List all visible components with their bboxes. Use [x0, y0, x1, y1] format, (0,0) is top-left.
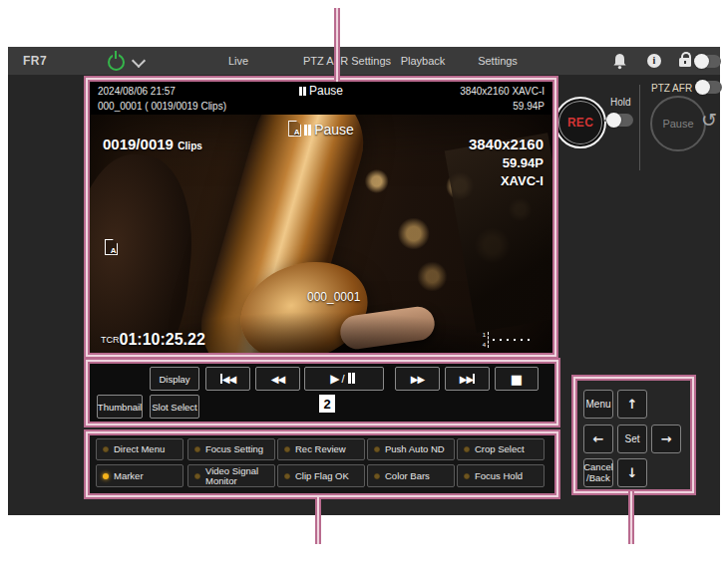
next-icon: ▶▶: [460, 374, 473, 385]
left-button[interactable]: ←: [583, 425, 613, 453]
fast-forward-icon: ▶▶: [411, 374, 424, 385]
assign-button-direct-menu[interactable]: Direct Menu: [96, 438, 183, 460]
play-icon: ▶: [330, 372, 338, 386]
audio-level-meter: 14: [483, 330, 533, 348]
led-indicator: [284, 446, 290, 452]
up-button[interactable]: ↑: [617, 390, 647, 419]
monitor-fps: 59.94P: [513, 101, 545, 112]
pause-button[interactable]: Pause: [650, 96, 706, 151]
ptz-afr-toggle[interactable]: [696, 81, 722, 94]
power-icon[interactable]: [108, 54, 125, 71]
next-clip-button[interactable]: ▶▶: [445, 367, 490, 391]
notification-bell-icon[interactable]: [612, 53, 627, 74]
led-indicator: [284, 473, 290, 479]
down-button[interactable]: ↓: [617, 458, 647, 487]
pause-bars-icon: [299, 84, 309, 98]
monitor-status: Pause: [90, 84, 552, 98]
ptz-afr-label: PTZ AFR: [651, 83, 692, 94]
osd-timecode: TCR01:10:25.22: [101, 331, 205, 349]
callout-line-assignable: [315, 497, 321, 544]
stop-button[interactable]: ■: [495, 367, 539, 391]
playback-controls-annotation-box: Display ◀◀ ◀◀ ▶ / ▶▶ ▶▶ ■ Thumbnail Slot…: [88, 362, 556, 424]
dpad-annotation-box: Menu ↑ ← Set → Cancel /Back ↓: [575, 379, 692, 491]
left-arrow-icon: ←: [593, 431, 604, 446]
play-pause-button[interactable]: ▶ /: [304, 367, 384, 391]
assignable-buttons-annotation-box: Direct Menu Focus Setting Rec Review Pus…: [88, 433, 556, 495]
hold-label: Hold: [610, 97, 631, 108]
fast-forward-button[interactable]: ▶▶: [395, 367, 440, 391]
assign-button-video-signal-monitor[interactable]: Video Signal Monitor: [187, 464, 275, 487]
assign-button-clip-flag-ok[interactable]: Clip Flag OK: [277, 464, 365, 487]
led-indicator: [103, 473, 109, 479]
rewind-icon: ◀◀: [271, 374, 284, 385]
assign-button-push-auto-nd[interactable]: Push Auto ND: [367, 438, 455, 460]
slot-a-icon: A: [288, 121, 301, 137]
pause-bars-icon: [348, 373, 358, 385]
next-bar-icon: [473, 374, 475, 384]
tab-playback[interactable]: Playback: [393, 47, 453, 75]
osd-clip-name: 000_0001: [307, 290, 360, 304]
slot-select-button[interactable]: Slot Select: [150, 395, 199, 419]
cancel-line2: /Back: [586, 473, 610, 483]
monitor-annotation-box: 2024/08/06 21:57 3840x2160 XAVC-I Pause …: [88, 80, 554, 355]
screenshot-root: FR7 Live PTZ AFR Settings Playback Setti…: [0, 0, 728, 568]
callout-line-monitor: [334, 8, 340, 82]
assign-button-marker[interactable]: Marker: [96, 464, 183, 487]
right-arrow-icon: →: [661, 431, 672, 446]
cancel-back-button[interactable]: Cancel /Back: [583, 458, 613, 487]
led-indicator: [194, 473, 200, 479]
led-indicator: [103, 446, 109, 452]
assign-button-color-bars[interactable]: Color Bars: [367, 464, 455, 487]
lock-toggle[interactable]: [695, 55, 721, 68]
set-button[interactable]: Set: [617, 425, 647, 453]
led-indicator: [464, 473, 470, 479]
previous-clip-button[interactable]: ◀◀: [205, 367, 250, 391]
osd-clip-counter: 0019/0019 Clips: [103, 136, 202, 153]
assign-button-rec-review[interactable]: Rec Review: [277, 438, 365, 460]
lock-icon[interactable]: [679, 52, 691, 70]
display-button[interactable]: Display: [150, 367, 199, 391]
slot-a-icon: A: [105, 239, 121, 256]
callout-line-dpad: [628, 491, 634, 544]
assign-button-focus-hold[interactable]: Focus Hold: [457, 464, 545, 487]
chevron-down-icon[interactable]: [132, 54, 146, 68]
prev-icon: ◀◀: [222, 374, 235, 385]
monitor-info-bar: 2024/08/06 21:57 3840x2160 XAVC-I Pause …: [90, 82, 552, 115]
tab-ptz-afr-settings[interactable]: PTZ AFR Settings: [295, 47, 399, 75]
info-icon[interactable]: i: [647, 54, 661, 68]
led-indicator: [374, 473, 380, 479]
app-title: FR7: [23, 47, 47, 75]
annotation-badge-2: 2: [319, 395, 335, 413]
hold-toggle[interactable]: [607, 114, 633, 127]
separator: /: [342, 373, 345, 385]
osd-codec: XAVC-I: [469, 173, 544, 188]
led-indicator: [194, 446, 200, 452]
tab-settings[interactable]: Settings: [469, 47, 527, 75]
led-indicator: [464, 446, 470, 452]
reset-icon[interactable]: ↺: [701, 109, 717, 131]
stop-icon: ■: [511, 372, 523, 387]
assign-button-crop-select[interactable]: Crop Select: [457, 438, 545, 460]
monitor-clip-info: 000_0001 ( 0019/0019 Clips): [98, 101, 226, 112]
thumbnail-button[interactable]: Thumbnail: [97, 395, 143, 419]
led-indicator: [374, 446, 380, 452]
video-frame: APause 0019/0019 Clips 3840x2160 59.94P …: [90, 115, 552, 353]
rewind-button[interactable]: ◀◀: [255, 367, 300, 391]
divider: [639, 85, 640, 170]
down-arrow-icon: ↓: [627, 465, 638, 480]
osd-framerate: 59.94P: [469, 155, 544, 170]
assign-button-focus-setting[interactable]: Focus Setting: [187, 438, 275, 460]
up-arrow-icon: ↑: [627, 397, 638, 412]
pause-bars-icon: [304, 122, 314, 138]
menu-button[interactable]: Menu: [583, 390, 613, 419]
tab-live[interactable]: Live: [208, 47, 268, 75]
osd-resolution: 3840x2160: [469, 136, 544, 152]
right-button[interactable]: →: [651, 425, 681, 453]
cancel-line1: Cancel: [583, 462, 613, 472]
rec-button[interactable]: REC: [554, 97, 606, 148]
osd-format-stack: 3840x2160 59.94P XAVC-I: [469, 136, 544, 188]
lock-keyhole: [684, 61, 686, 64]
